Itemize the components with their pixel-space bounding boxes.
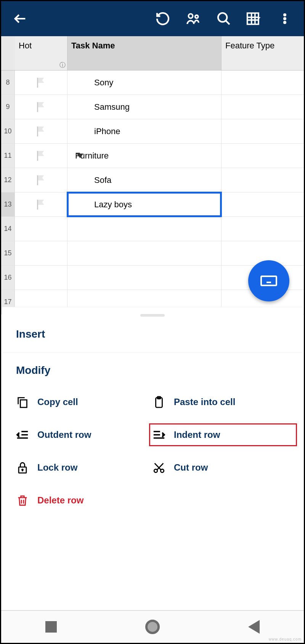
more-button[interactable] (270, 3, 300, 34)
outdent-row-action[interactable]: Outdent row (16, 428, 152, 441)
action-label: Outdent row (37, 429, 91, 440)
hot-cell[interactable] (15, 95, 67, 119)
indent-row-action[interactable]: Indent row (149, 423, 297, 446)
column-label: Feature Type (225, 41, 274, 50)
task-cell[interactable]: Samsung (67, 95, 222, 119)
svg-point-12 (22, 469, 23, 470)
flag-icon[interactable] (37, 127, 45, 136)
back-button[interactable] (5, 3, 35, 34)
row-number-header (1, 36, 15, 70)
keyboard-fab[interactable] (248, 260, 289, 301)
flag-icon[interactable] (37, 151, 45, 161)
task-cell[interactable] (67, 217, 222, 241)
row-number[interactable]: 10 (1, 119, 15, 143)
action-label: Lock row (37, 462, 77, 473)
table-row[interactable]: 12Sofa (1, 168, 304, 192)
cell-selection (67, 192, 222, 217)
action-label: Indent row (174, 429, 220, 440)
row-number[interactable]: 12 (1, 168, 15, 192)
hot-cell[interactable] (15, 119, 67, 143)
svg-point-5 (284, 18, 286, 20)
svg-point-6 (284, 21, 286, 24)
row-number[interactable]: 8 (1, 70, 15, 95)
action-label: Cut row (174, 462, 208, 473)
column-task-name[interactable]: Task Name (67, 36, 222, 70)
nav-recent[interactable] (45, 621, 57, 633)
column-label: Hot (19, 41, 32, 50)
nav-back[interactable] (248, 620, 260, 634)
table-row[interactable]: 14 (1, 217, 304, 241)
app-bar (1, 1, 304, 36)
feature-cell[interactable] (222, 192, 304, 216)
task-cell[interactable]: Lazy boys (67, 192, 222, 216)
hot-cell[interactable] (15, 168, 67, 192)
cut-row-action[interactable]: Cut row (152, 461, 289, 474)
feature-cell[interactable] (222, 95, 304, 119)
copy-cell-action[interactable]: Copy cell (16, 396, 152, 409)
task-cell[interactable]: Furniture (67, 144, 222, 168)
table-row[interactable]: 15 (1, 241, 304, 266)
row-number[interactable]: 16 (1, 266, 15, 290)
hot-cell[interactable] (15, 144, 67, 168)
task-text: Sofa (94, 175, 111, 185)
task-cell[interactable]: Sofa (67, 168, 222, 192)
flag-icon[interactable] (37, 200, 45, 210)
action-label: Paste into cell (174, 397, 235, 407)
refresh-button[interactable] (148, 3, 178, 34)
feature-cell[interactable] (222, 70, 304, 95)
column-feature-type[interactable]: Feature Type (222, 36, 304, 70)
collapse-icon[interactable] (77, 154, 83, 158)
sheet-drag-handle[interactable] (140, 314, 165, 317)
delete-row-action[interactable]: Delete row (16, 494, 152, 507)
android-nav-bar (1, 610, 304, 643)
info-icon[interactable]: ⓘ (59, 61, 66, 69)
column-label: Task Name (71, 41, 115, 50)
task-cell[interactable] (67, 266, 222, 290)
section-insert[interactable]: Insert (16, 328, 303, 340)
feature-cell[interactable] (222, 168, 304, 192)
row-number[interactable]: 11 (1, 144, 15, 168)
task-cell[interactable]: iPhone (67, 119, 222, 143)
hot-cell[interactable] (15, 192, 67, 216)
row-number[interactable]: 15 (1, 241, 15, 265)
hot-cell[interactable] (15, 70, 67, 95)
svg-point-2 (218, 13, 227, 22)
task-cell[interactable]: Sony (67, 70, 222, 95)
hot-cell[interactable] (15, 266, 67, 290)
flag-icon[interactable] (37, 78, 45, 88)
bottom-sheet: Insert Modify Copy cell Paste into cell … (2, 307, 303, 609)
row-number[interactable]: 14 (1, 217, 15, 241)
view-grid-button[interactable] (239, 3, 270, 34)
task-text: Samsung (94, 102, 130, 112)
row-number[interactable]: 13 (1, 192, 15, 216)
svg-point-13 (154, 469, 157, 473)
column-hot[interactable]: Hot ⓘ (15, 36, 67, 70)
paste-cell-action[interactable]: Paste into cell (152, 396, 289, 409)
table-row[interactable]: 11Furniture (1, 144, 304, 168)
svg-point-0 (188, 14, 193, 18)
hot-cell[interactable] (15, 217, 67, 241)
table-row[interactable]: 10iPhone (1, 119, 304, 144)
flag-icon[interactable] (37, 175, 45, 185)
feature-cell[interactable] (222, 217, 304, 241)
lock-row-action[interactable]: Lock row (16, 461, 152, 474)
feature-cell[interactable] (222, 119, 304, 143)
table-row[interactable]: 13Lazy boys (1, 192, 304, 217)
flag-icon[interactable] (37, 102, 45, 112)
section-modify: Modify (16, 364, 303, 376)
feature-cell[interactable] (222, 144, 304, 168)
column-headers: Hot ⓘ Task Name Feature Type (1, 36, 304, 70)
watermark: www.deuaq.com (269, 637, 302, 641)
table-row[interactable]: 8Sony (1, 70, 304, 95)
task-text: Sony (94, 78, 113, 88)
search-button[interactable] (209, 3, 239, 34)
hot-cell[interactable] (15, 241, 67, 265)
action-label: Copy cell (37, 397, 78, 407)
share-button[interactable] (178, 3, 209, 34)
svg-point-1 (195, 15, 198, 18)
task-cell[interactable] (67, 241, 222, 265)
svg-rect-8 (20, 400, 27, 407)
nav-home[interactable] (145, 620, 160, 634)
table-row[interactable]: 9Samsung (1, 95, 304, 119)
row-number[interactable]: 9 (1, 95, 15, 119)
